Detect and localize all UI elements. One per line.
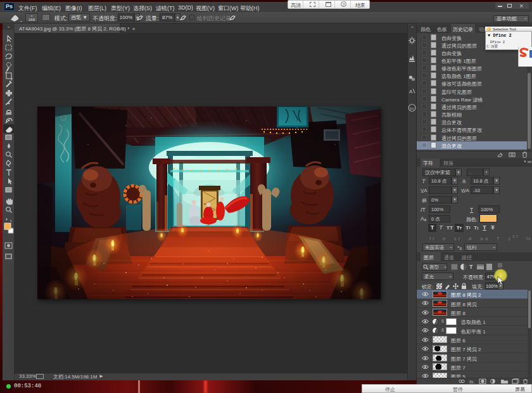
svg-text:fx.: fx.: [469, 379, 474, 385]
svg-text:A: A: [409, 89, 413, 94]
svg-text:ko: ko: [410, 106, 414, 110]
